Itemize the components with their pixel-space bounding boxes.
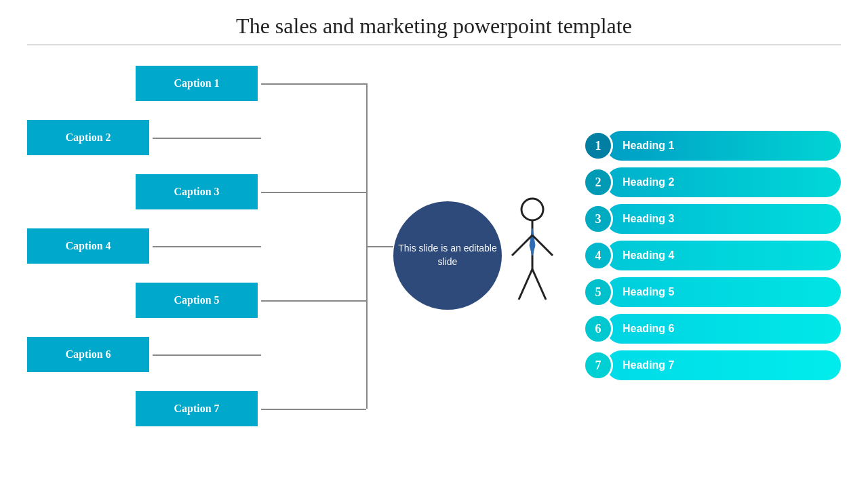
heading-row-1: 1 Heading 1 bbox=[583, 131, 841, 161]
person-figure bbox=[502, 195, 563, 317]
svg-point-0 bbox=[521, 199, 543, 220]
heading-number-1: 1 bbox=[583, 131, 613, 161]
heading-number-5: 5 bbox=[583, 277, 613, 307]
line-h5 bbox=[261, 300, 366, 302]
caption-5: Caption 5 bbox=[136, 283, 258, 318]
line-h1 bbox=[261, 83, 366, 85]
slide: The sales and marketing powerpoint templ… bbox=[0, 0, 868, 488]
heading-row-5: 5 Heading 5 bbox=[583, 277, 841, 307]
slide-title: The sales and marketing powerpoint templ… bbox=[27, 14, 841, 45]
heading-number-4: 4 bbox=[583, 241, 613, 270]
svg-line-5 bbox=[519, 269, 532, 300]
svg-marker-2 bbox=[530, 228, 535, 256]
line-h7 bbox=[261, 409, 366, 410]
caption-2: Caption 2 bbox=[27, 120, 149, 155]
line-h3 bbox=[261, 192, 366, 193]
heading-label-4: Heading 4 bbox=[606, 241, 841, 270]
caption-4: Caption 4 bbox=[27, 228, 149, 264]
heading-row-2: 2 Heading 2 bbox=[583, 167, 841, 197]
heading-number-3: 3 bbox=[583, 204, 613, 234]
heading-number-6: 6 bbox=[583, 314, 613, 344]
heading-label-6: Heading 6 bbox=[606, 314, 841, 344]
heading-label-7: Heading 7 bbox=[606, 350, 841, 380]
line-h4 bbox=[153, 246, 261, 247]
left-tree: Caption 1 Caption 2 Caption 3 Caption 4 … bbox=[27, 59, 380, 452]
heading-label-1: Heading 1 bbox=[606, 131, 841, 161]
caption-1: Caption 1 bbox=[136, 66, 258, 101]
content-area: Caption 1 Caption 2 Caption 3 Caption 4 … bbox=[27, 52, 841, 459]
heading-row-3: 3 Heading 3 bbox=[583, 204, 841, 234]
heading-label-5: Heading 5 bbox=[606, 277, 841, 307]
heading-row-4: 4 Heading 4 bbox=[583, 241, 841, 270]
line-h2 bbox=[153, 138, 261, 139]
heading-number-7: 7 bbox=[583, 350, 613, 380]
caption-3: Caption 3 bbox=[136, 174, 258, 209]
line-h6 bbox=[153, 354, 261, 356]
caption-6: Caption 6 bbox=[27, 337, 149, 372]
center-circle: This slide is an editable slide bbox=[393, 201, 502, 310]
right-list: 1 Heading 1 2 Heading 2 3 Heading 3 4 He… bbox=[570, 131, 841, 380]
svg-line-6 bbox=[532, 269, 546, 300]
heading-row-7: 7 Heading 7 bbox=[583, 350, 841, 380]
heading-number-2: 2 bbox=[583, 167, 613, 197]
heading-label-3: Heading 3 bbox=[606, 204, 841, 234]
caption-7: Caption 7 bbox=[136, 391, 258, 426]
center-area: This slide is an editable slide bbox=[380, 59, 570, 452]
heading-label-2: Heading 2 bbox=[606, 167, 841, 197]
heading-row-6: 6 Heading 6 bbox=[583, 314, 841, 344]
